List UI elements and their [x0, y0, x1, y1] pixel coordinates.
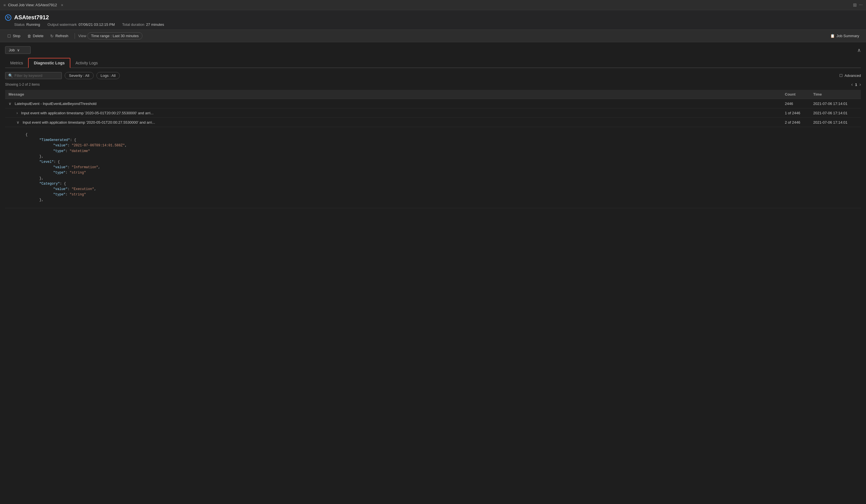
stop-button[interactable]: ☐ Stop [4, 33, 23, 40]
job-name: ASAtest7912 [14, 14, 49, 21]
title-bar-actions: ⊞ ··· [853, 2, 863, 8]
table-body: ∨ LateInputEvent - InputEventLateBeyondT… [5, 99, 861, 208]
pagination: ‹ 1 › [851, 82, 861, 87]
advanced-button[interactable]: ☐ Advanced [839, 74, 861, 78]
prev-page-button[interactable]: ‹ [851, 82, 853, 87]
tab-metrics-label: Metrics [10, 61, 23, 65]
stop-icon: ☐ [7, 34, 11, 38]
main-content: Job ∨ ∧ Metrics Diagnostic Logs Activity… [0, 42, 866, 212]
collapse-button[interactable]: ∧ [857, 47, 861, 53]
json-detail-cell: { "TimeGenerated": { "value": "2021-07-0… [5, 127, 861, 208]
tabs-container: Metrics Diagnostic Logs Activity Logs [5, 58, 861, 68]
refresh-button[interactable]: ↻ Refresh [47, 33, 71, 40]
count-cell: 1 of 2446 [781, 108, 810, 118]
table-row: ∨ LateInputEvent - InputEventLateBeyondT… [5, 99, 861, 108]
current-page: 1 [855, 82, 857, 87]
tab-activity-logs-label: Activity Logs [76, 61, 98, 65]
count-cell: 2 of 2446 [781, 118, 810, 127]
message-cell: ∨ LateInputEvent - InputEventLateBeyondT… [5, 99, 781, 108]
filter-input-wrap: 🔍 [5, 72, 62, 79]
delete-icon: 🗑 [27, 34, 31, 38]
severity-filter[interactable]: Severity : All [65, 72, 93, 79]
status-value: Running [26, 22, 40, 27]
table-row: › Input event with application timestamp… [5, 108, 861, 118]
job-summary-icon: 📋 [830, 34, 835, 38]
advanced-icon: ☐ [839, 74, 843, 78]
message-cell: ∨ Input event with application timestamp… [5, 118, 781, 127]
row-message: Input event with application timestamp '… [23, 120, 155, 124]
refresh-label: Refresh [55, 34, 68, 38]
title-bar-text: Cloud Job View: ASAtest7912 [8, 3, 57, 7]
job-dropdown-row: Job ∨ ∧ [5, 46, 861, 54]
tab-metrics[interactable]: Metrics [5, 58, 28, 68]
log-table: Message Count Time ∨ LateInputEvent - In… [5, 90, 861, 208]
advanced-label: Advanced [844, 74, 861, 78]
message-column-header: Message [5, 90, 781, 99]
title-bar: ≡ Cloud Job View: ASAtest7912 × ⊞ ··· [0, 0, 866, 10]
row-expand-icon[interactable]: ∨ [9, 101, 11, 106]
showing-count-text: Showing 1-2 of 2 items [5, 82, 40, 87]
search-icon: 🔍 [8, 74, 13, 78]
job-summary-label: Job Summary [836, 34, 859, 38]
job-summary-button[interactable]: 📋 Job Summary [828, 33, 862, 39]
row-message: LateInputEvent - InputEventLateBeyondThr… [15, 102, 97, 106]
toolbar: ☐ Stop 🗑 Delete ↻ Refresh View Time rang… [0, 30, 866, 42]
severity-label: Severity : All [69, 74, 89, 78]
refresh-icon: ↻ [50, 34, 54, 38]
json-detail-row: { "TimeGenerated": { "value": "2021-07-0… [5, 127, 861, 208]
tab-diagnostic-logs[interactable]: Diagnostic Logs [28, 58, 70, 68]
view-label: View [78, 34, 86, 38]
message-cell: › Input event with application timestamp… [5, 108, 781, 118]
count-cell: 2446 [781, 99, 810, 108]
chevron-down-icon: ∨ [17, 48, 20, 52]
time-cell: 2021-07-06 17:14:01 [810, 99, 861, 108]
logs-filter[interactable]: Logs : All [97, 72, 120, 79]
job-status-icon: ↻ [5, 14, 11, 21]
time-cell: 2021-07-06 17:14:01 [810, 118, 861, 127]
json-block: { "TimeGenerated": { "value": "2021-07-0… [9, 129, 857, 206]
time-range-button[interactable]: Time range : Last 30 minutes [87, 32, 142, 40]
toolbar-divider [75, 33, 75, 39]
showing-count-row: Showing 1-2 of 2 items ‹ 1 › [5, 82, 861, 87]
next-page-button[interactable]: › [859, 82, 861, 87]
count-column-header: Count [781, 90, 810, 99]
delete-button[interactable]: 🗑 Delete [24, 33, 46, 40]
logs-label: Logs : All [101, 74, 116, 78]
dropdown-label: Job [9, 48, 15, 52]
split-editor-icon[interactable]: ⊞ [853, 2, 857, 8]
delete-label: Delete [33, 34, 44, 38]
job-header: ↻ ASAtest7912 Status Running Output wate… [0, 10, 866, 30]
time-cell: 2021-07-06 17:14:01 [810, 108, 861, 118]
table-header: Message Count Time [5, 90, 861, 99]
row-message: Input event with application timestamp '… [21, 111, 154, 115]
tab-activity-logs[interactable]: Activity Logs [70, 58, 103, 68]
duration-label: Total duration [122, 22, 144, 27]
filter-row: 🔍 Severity : All Logs : All ☐ Advanced [5, 72, 861, 79]
table-row: ∨ Input event with application timestamp… [5, 118, 861, 127]
row-expand-icon[interactable]: ∨ [16, 120, 19, 124]
watermark-label: Output watermark [47, 22, 77, 27]
more-actions-icon[interactable]: ··· [859, 2, 863, 8]
filter-input[interactable] [14, 74, 54, 78]
job-meta: Status Running Output watermark 07/06/21… [5, 22, 861, 27]
duration-value: 27 minutes [146, 22, 164, 27]
time-range-label: Time range : Last 30 minutes [91, 34, 139, 38]
close-tab-icon[interactable]: × [61, 3, 63, 7]
row-expand-icon[interactable]: › [16, 111, 18, 115]
watermark-value: 07/06/21 03:12:15 PM [79, 22, 115, 27]
time-column-header: Time [810, 90, 861, 99]
status-label: Status [14, 22, 25, 27]
job-dropdown[interactable]: Job ∨ [5, 46, 31, 54]
menu-icon[interactable]: ≡ [3, 3, 6, 7]
toolbar-right: 📋 Job Summary [828, 33, 862, 39]
tab-diagnostic-logs-label: Diagnostic Logs [34, 61, 65, 65]
stop-label: Stop [13, 34, 20, 38]
